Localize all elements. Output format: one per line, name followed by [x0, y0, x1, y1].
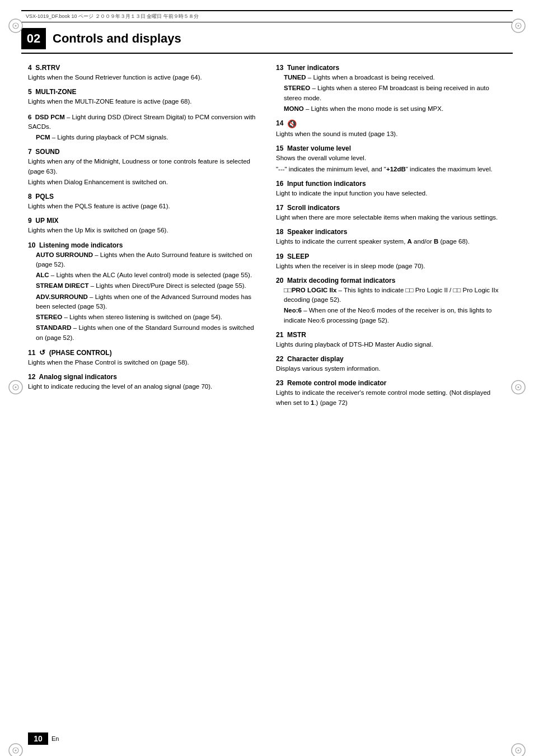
section-18-heading: 18 Speaker indicators: [276, 228, 506, 236]
section-9-heading: 9 UP MIX: [28, 217, 258, 225]
svg-point-8: [15, 750, 17, 752]
section-22-heading: 22 Character display: [276, 355, 506, 363]
section-14-body: Lights when the sound is muted (page 13)…: [276, 129, 506, 139]
corner-decoration-br: [510, 743, 526, 756]
section-21-heading: 21 MSTR: [276, 331, 506, 339]
section-23-heading: 23 Remote control mode indicator: [276, 379, 506, 387]
section-11-body: Lights when the Phase Control is switche…: [28, 358, 258, 367]
section-8-heading: 8 PQLS: [28, 193, 258, 200]
page: VSX-1019_DF.book 10 ページ ２００９年３月１３日 金曜日 午…: [0, 10, 534, 756]
chapter-number: 02: [21, 28, 46, 49]
section-9: 9 UP MIX Lights when the Up Mix is switc…: [28, 217, 258, 235]
section-6-body: 6 DSD PCM – Light during DSD (Direct Str…: [28, 113, 258, 143]
file-info-text: VSX-1019_DF.book 10 ページ ２００９年３月１３日 金曜日 午…: [26, 13, 199, 20]
section-23: 23 Remote control mode indicator Lights …: [276, 379, 506, 408]
svg-point-17: [518, 386, 519, 388]
section-18-body: Lights to indicate the current speaker s…: [276, 237, 506, 246]
corner-decoration-bl: [8, 743, 24, 756]
section-6: 6 DSD PCM – Light during DSD (Direct Str…: [28, 113, 258, 143]
section-12: 12 Analog signal indicators Light to ind…: [28, 373, 258, 391]
page-footer: 10 En: [28, 732, 59, 745]
left-column: 4 S.RTRV Lights when the Sound Retriever…: [28, 64, 258, 413]
section-15-heading: 15 Master volume level: [276, 144, 506, 152]
section-12-heading: 12 Analog signal indicators: [28, 373, 258, 381]
section-21-body: Lights during playback of DTS-HD Master …: [276, 340, 506, 349]
section-5-heading: 5 MULTI-ZONE: [28, 88, 258, 96]
section-16: 16 Input function indicators Light to in…: [276, 180, 506, 198]
section-7-body: Lights when any of the Midnight, Loudnes…: [28, 157, 258, 187]
section-4-body: Lights when the Sound Retriever function…: [28, 73, 258, 82]
section-7: 7 SOUND Lights when any of the Midnight,…: [28, 148, 258, 187]
section-19: 19 SLEEP Lights when the receiver is in …: [276, 253, 506, 271]
section-16-heading: 16 Input function indicators: [276, 180, 506, 188]
section-10-heading: 10 Listening mode indicators: [28, 241, 258, 249]
page-lang: En: [51, 735, 59, 742]
section-11-heading: 11 ↺ (PHASE CONTROL): [28, 348, 258, 357]
svg-point-11: [518, 750, 519, 752]
section-20-heading: 20 Matrix decoding format indicators: [276, 277, 506, 284]
file-info-bar: VSX-1019_DF.book 10 ページ ２００９年３月１３日 金曜日 午…: [21, 10, 513, 22]
chapter-header: 02 Controls and displays: [21, 28, 513, 54]
section-23-body: Lights to indicate the receiver's remote…: [276, 388, 506, 408]
svg-point-5: [518, 25, 519, 27]
section-10-body: AUTO SURROUND – Lights when the Auto Sur…: [28, 250, 258, 343]
section-7-heading: 7 SOUND: [28, 148, 258, 156]
section-21: 21 MSTR Lights during playback of DTS-HD…: [276, 331, 506, 349]
section-4: 4 S.RTRV Lights when the Sound Retriever…: [28, 64, 258, 82]
section-13-heading: 13 Tuner indicators: [276, 64, 506, 72]
section-14: 14 🔇 Lights when the sound is muted (pag…: [276, 119, 506, 139]
mid-decoration-right: [510, 380, 526, 397]
section-20-body: □□PRO LOGIC IIx – This lights to indicat…: [276, 286, 506, 325]
chapter-title: Controls and displays: [53, 31, 181, 46]
section-9-body: Lights when the Up Mix is switched on (p…: [28, 226, 258, 235]
right-column: 13 Tuner indicators TUNED – Lights when …: [276, 64, 506, 413]
section-18: 18 Speaker indicators Lights to indicate…: [276, 228, 506, 246]
section-17-heading: 17 Scroll indicators: [276, 204, 506, 212]
phase-icon: ↺: [39, 348, 45, 357]
section-5: 5 MULTI-ZONE Lights when the MULTI-ZONE …: [28, 88, 258, 106]
section-16-body: Light to indicate the input function you…: [276, 189, 506, 198]
section-17: 17 Scroll indicators Light when there ar…: [276, 204, 506, 222]
section-20: 20 Matrix decoding format indicators □□P…: [276, 277, 506, 325]
section-22-body: Displays various system information.: [276, 364, 506, 374]
section-8: 8 PQLS Lights when the PQLS feature is a…: [28, 193, 258, 211]
section-11: 11 ↺ (PHASE CONTROL) Lights when the Pha…: [28, 348, 258, 367]
svg-point-14: [15, 386, 17, 388]
section-4-heading: 4 S.RTRV: [28, 64, 258, 72]
content-area: 4 S.RTRV Lights when the Sound Retriever…: [28, 64, 506, 413]
section-19-heading: 19 SLEEP: [276, 253, 506, 260]
section-22: 22 Character display Displays various sy…: [276, 355, 506, 374]
mid-decoration-left: [8, 380, 24, 397]
section-13: 13 Tuner indicators TUNED – Lights when …: [276, 64, 506, 114]
section-5-body: Lights when the MULTI-ZONE feature is ac…: [28, 97, 258, 106]
section-17-body: Light when there are more selectable ite…: [276, 213, 506, 222]
svg-point-2: [15, 25, 17, 27]
section-15-body: Shows the overall volume level. "---" in…: [276, 153, 506, 174]
corner-decoration-tl: [8, 18, 24, 34]
section-19-body: Lights when the receiver is in sleep mod…: [276, 262, 506, 271]
corner-decoration-tr: [510, 18, 526, 34]
section-12-body: Light to indicate reducing the level of …: [28, 382, 258, 391]
section-13-body: TUNED – Lights when a broadcast is being…: [276, 73, 506, 114]
mute-icon: 🔇: [287, 119, 297, 128]
section-8-body: Lights when the PQLS feature is active (…: [28, 202, 258, 211]
section-15: 15 Master volume level Shows the overall…: [276, 144, 506, 174]
page-number: 10: [28, 732, 48, 745]
section-10: 10 Listening mode indicators AUTO SURROU…: [28, 241, 258, 343]
section-14-heading: 14 🔇: [276, 119, 506, 128]
